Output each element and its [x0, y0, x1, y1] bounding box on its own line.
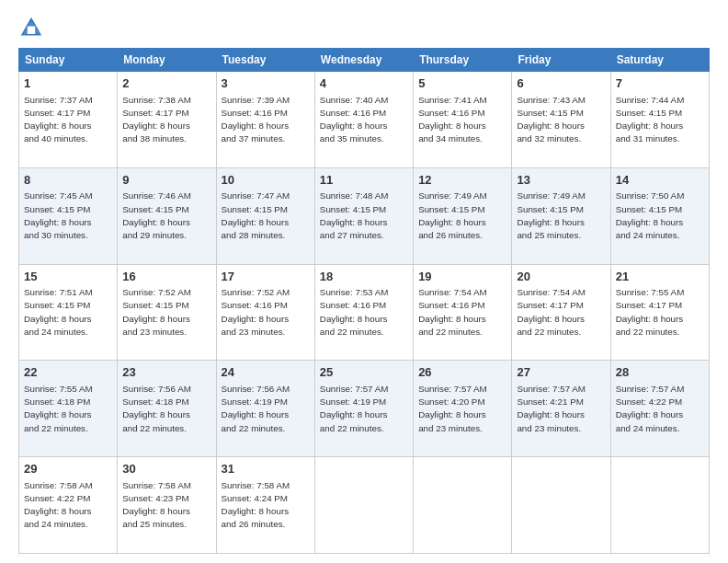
day-info: Sunrise: 7:57 AMSunset: 4:21 PMDaylight:… — [517, 384, 586, 433]
day-info: Sunrise: 7:57 AMSunset: 4:20 PMDaylight:… — [418, 384, 487, 433]
calendar-cell — [512, 457, 610, 554]
day-number: 21 — [616, 269, 704, 285]
calendar-cell: 25Sunrise: 7:57 AMSunset: 4:19 PMDayligh… — [314, 361, 413, 457]
day-number: 5 — [418, 75, 506, 92]
day-number: 30 — [122, 461, 210, 477]
day-info: Sunrise: 7:40 AMSunset: 4:16 PMDaylight:… — [320, 95, 389, 144]
calendar-week-3: 15Sunrise: 7:51 AMSunset: 4:15 PMDayligh… — [19, 264, 710, 361]
calendar-cell: 1Sunrise: 7:37 AMSunset: 4:17 PMDaylight… — [19, 72, 118, 168]
day-info: Sunrise: 7:39 AMSunset: 4:16 PMDaylight:… — [222, 95, 290, 144]
day-info: Sunrise: 7:52 AMSunset: 4:15 PMDaylight:… — [122, 287, 191, 337]
day-info: Sunrise: 7:53 AMSunset: 4:16 PMDaylight:… — [320, 287, 389, 337]
logo-icon — [18, 15, 44, 40]
calendar-table: SundayMondayTuesdayWednesdayThursdayFrid… — [18, 48, 710, 554]
day-number: 18 — [320, 269, 408, 285]
day-info: Sunrise: 7:49 AMSunset: 4:15 PMDaylight:… — [418, 190, 487, 240]
day-number: 17 — [222, 269, 310, 285]
day-info: Sunrise: 7:41 AMSunset: 4:16 PMDaylight:… — [418, 95, 487, 144]
calendar-cell: 16Sunrise: 7:52 AMSunset: 4:15 PMDayligh… — [118, 264, 216, 361]
day-info: Sunrise: 7:56 AMSunset: 4:19 PMDaylight:… — [222, 384, 290, 433]
day-number: 19 — [418, 269, 506, 285]
calendar-cell: 13Sunrise: 7:49 AMSunset: 4:15 PMDayligh… — [512, 167, 610, 264]
day-info: Sunrise: 7:54 AMSunset: 4:17 PMDaylight:… — [517, 287, 586, 337]
day-info: Sunrise: 7:58 AMSunset: 4:23 PMDaylight:… — [122, 480, 191, 530]
calendar-week-1: 1Sunrise: 7:37 AMSunset: 4:17 PMDaylight… — [19, 72, 710, 168]
day-info: Sunrise: 7:55 AMSunset: 4:17 PMDaylight:… — [616, 287, 685, 337]
day-number: 8 — [24, 172, 112, 189]
day-number: 3 — [222, 75, 310, 92]
calendar-cell: 10Sunrise: 7:47 AMSunset: 4:15 PMDayligh… — [216, 167, 314, 264]
day-info: Sunrise: 7:54 AMSunset: 4:16 PMDaylight:… — [418, 287, 487, 337]
calendar-cell: 23Sunrise: 7:56 AMSunset: 4:18 PMDayligh… — [118, 361, 216, 457]
day-info: Sunrise: 7:44 AMSunset: 4:15 PMDaylight:… — [616, 95, 685, 144]
calendar-cell: 18Sunrise: 7:53 AMSunset: 4:16 PMDayligh… — [314, 264, 413, 361]
day-number: 26 — [418, 364, 506, 381]
col-header-sunday: Sunday — [19, 49, 118, 72]
day-number: 14 — [616, 172, 704, 189]
calendar-week-5: 29Sunrise: 7:58 AMSunset: 4:22 PMDayligh… — [19, 457, 710, 554]
day-info: Sunrise: 7:37 AMSunset: 4:17 PMDaylight:… — [24, 95, 93, 144]
day-number: 22 — [24, 364, 112, 381]
day-info: Sunrise: 7:48 AMSunset: 4:15 PMDaylight:… — [320, 190, 389, 240]
calendar-cell: 6Sunrise: 7:43 AMSunset: 4:15 PMDaylight… — [512, 72, 610, 168]
day-number: 28 — [616, 364, 704, 381]
calendar-cell — [610, 457, 709, 554]
calendar-cell: 17Sunrise: 7:52 AMSunset: 4:16 PMDayligh… — [216, 264, 314, 361]
calendar-cell: 9Sunrise: 7:46 AMSunset: 4:15 PMDaylight… — [118, 167, 216, 264]
calendar-cell: 31Sunrise: 7:58 AMSunset: 4:24 PMDayligh… — [216, 457, 314, 554]
day-number: 7 — [616, 75, 704, 92]
day-number: 29 — [24, 461, 112, 477]
day-number: 15 — [24, 269, 112, 285]
col-header-friday: Friday — [512, 49, 610, 72]
day-info: Sunrise: 7:51 AMSunset: 4:15 PMDaylight:… — [24, 287, 93, 337]
day-info: Sunrise: 7:52 AMSunset: 4:16 PMDaylight:… — [222, 287, 290, 337]
header — [18, 15, 710, 40]
calendar-cell: 11Sunrise: 7:48 AMSunset: 4:15 PMDayligh… — [314, 167, 413, 264]
col-header-saturday: Saturday — [610, 49, 709, 72]
calendar-cell: 22Sunrise: 7:55 AMSunset: 4:18 PMDayligh… — [19, 361, 118, 457]
day-number: 20 — [517, 269, 605, 285]
col-header-tuesday: Tuesday — [216, 49, 314, 72]
day-info: Sunrise: 7:57 AMSunset: 4:22 PMDaylight:… — [616, 384, 685, 433]
day-number: 6 — [517, 75, 605, 92]
calendar-cell: 15Sunrise: 7:51 AMSunset: 4:15 PMDayligh… — [19, 264, 118, 361]
calendar-cell: 30Sunrise: 7:58 AMSunset: 4:23 PMDayligh… — [118, 457, 216, 554]
day-number: 1 — [24, 75, 112, 92]
calendar-cell: 28Sunrise: 7:57 AMSunset: 4:22 PMDayligh… — [610, 361, 709, 457]
day-info: Sunrise: 7:49 AMSunset: 4:15 PMDaylight:… — [517, 190, 586, 240]
day-number: 25 — [320, 364, 408, 381]
day-number: 4 — [320, 75, 408, 92]
calendar-cell: 14Sunrise: 7:50 AMSunset: 4:15 PMDayligh… — [610, 167, 709, 264]
day-info: Sunrise: 7:38 AMSunset: 4:17 PMDaylight:… — [122, 95, 191, 144]
calendar-cell: 7Sunrise: 7:44 AMSunset: 4:15 PMDaylight… — [610, 72, 709, 168]
day-info: Sunrise: 7:47 AMSunset: 4:15 PMDaylight:… — [222, 190, 290, 240]
calendar-week-4: 22Sunrise: 7:55 AMSunset: 4:18 PMDayligh… — [19, 361, 710, 457]
col-header-monday: Monday — [118, 49, 216, 72]
day-number: 13 — [517, 172, 605, 189]
calendar-header-row: SundayMondayTuesdayWednesdayThursdayFrid… — [19, 49, 710, 72]
day-number: 12 — [418, 172, 506, 189]
day-number: 16 — [122, 269, 210, 285]
calendar-cell: 29Sunrise: 7:58 AMSunset: 4:22 PMDayligh… — [19, 457, 118, 554]
day-number: 11 — [320, 172, 408, 189]
calendar-cell — [314, 457, 413, 554]
calendar-cell: 24Sunrise: 7:56 AMSunset: 4:19 PMDayligh… — [216, 361, 314, 457]
day-number: 31 — [222, 461, 310, 477]
calendar-cell: 4Sunrise: 7:40 AMSunset: 4:16 PMDaylight… — [314, 72, 413, 168]
calendar-week-2: 8Sunrise: 7:45 AMSunset: 4:15 PMDaylight… — [19, 167, 710, 264]
calendar-cell: 5Sunrise: 7:41 AMSunset: 4:16 PMDaylight… — [414, 72, 512, 168]
calendar-cell: 27Sunrise: 7:57 AMSunset: 4:21 PMDayligh… — [512, 361, 610, 457]
day-info: Sunrise: 7:57 AMSunset: 4:19 PMDaylight:… — [320, 384, 389, 433]
day-info: Sunrise: 7:55 AMSunset: 4:18 PMDaylight:… — [24, 384, 93, 433]
calendar-cell: 26Sunrise: 7:57 AMSunset: 4:20 PMDayligh… — [414, 361, 512, 457]
calendar-cell: 3Sunrise: 7:39 AMSunset: 4:16 PMDaylight… — [216, 72, 314, 168]
page: SundayMondayTuesdayWednesdayThursdayFrid… — [0, 0, 728, 563]
day-info: Sunrise: 7:50 AMSunset: 4:15 PMDaylight:… — [616, 190, 685, 240]
day-info: Sunrise: 7:58 AMSunset: 4:24 PMDaylight:… — [222, 480, 290, 530]
day-info: Sunrise: 7:58 AMSunset: 4:22 PMDaylight:… — [24, 480, 93, 530]
day-number: 27 — [517, 364, 605, 381]
calendar-cell: 12Sunrise: 7:49 AMSunset: 4:15 PMDayligh… — [414, 167, 512, 264]
logo — [18, 15, 48, 40]
day-number: 2 — [122, 75, 210, 92]
day-number: 23 — [122, 364, 210, 381]
